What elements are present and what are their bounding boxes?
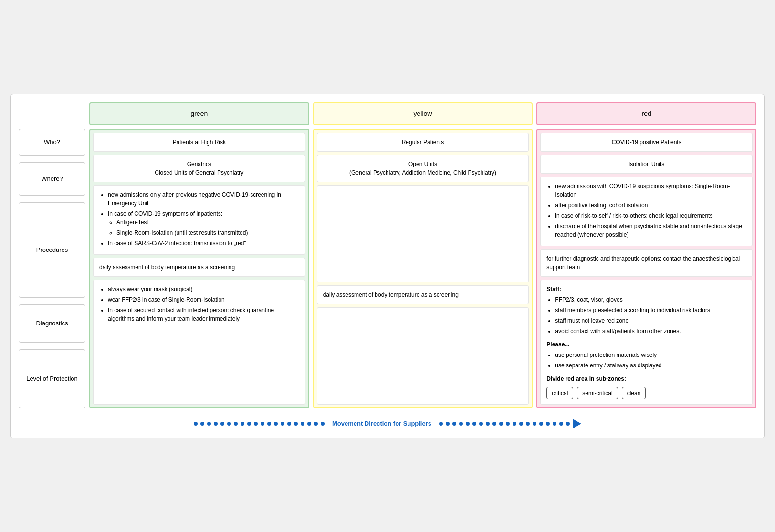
red-protection-cell: Staff: FFP2/3, coat, visor, gloves staff… (540, 280, 753, 405)
yellow-column: Regular Patients Open Units(General Psyc… (313, 129, 533, 408)
red-proc-2: after positive testing: cohort isolation (555, 201, 746, 209)
dot (486, 422, 490, 426)
dot (200, 422, 204, 426)
dot (287, 422, 291, 426)
green-proc-2a: Antigen-Test (116, 218, 299, 227)
yellow-header-label: yellow (414, 110, 432, 117)
dot (234, 422, 238, 426)
dot (466, 422, 470, 426)
subzone-semicritical: semi-critical (577, 387, 618, 399)
dot (559, 422, 563, 426)
dot (321, 422, 325, 426)
dot (307, 422, 311, 426)
red-where-cell: Isolation Units (540, 155, 753, 174)
direction-bar: Movement Direction for Suppliers (17, 415, 758, 432)
green-where-text: GeriatricsClosed Units of General Psychi… (155, 161, 243, 176)
dot (513, 422, 516, 426)
red-proc-1: new admissions with COVID-19 suspicious … (555, 182, 746, 199)
yellow-who-text: Regular Patients (402, 139, 444, 146)
red-procedures-cell: new admissions with COVID-19 suspicious … (540, 177, 753, 246)
dot (220, 422, 224, 426)
labels-column: Who? Where? Procedures Diagnostics Level… (17, 127, 87, 410)
diagnostics-label: Diagnostics (19, 304, 85, 343)
green-diagnostics-text: daily assessment of body temperature as … (99, 264, 235, 271)
diagnostics-label-text: Diagnostics (36, 320, 68, 327)
green-proc-2b: Single-Room-Isolation (until test result… (116, 229, 299, 237)
yellow-procedures-cell (317, 185, 529, 282)
dot (214, 422, 218, 426)
red-staff-4: avoid contact with staff/patients from o… (555, 327, 746, 335)
green-diagnostics-cell: daily assessment of body temperature as … (93, 258, 305, 277)
red-staff-2: staff members preselected according to i… (555, 306, 746, 314)
dot (446, 422, 450, 426)
dot (261, 422, 264, 426)
dot (452, 422, 456, 426)
dot (301, 422, 304, 426)
dot (499, 422, 503, 426)
green-who-text: Patients at High Risk (173, 139, 226, 146)
green-protection-cell: always wear your mask (surgical) wear FF… (93, 280, 305, 405)
main-container: green yellow red Who? Where? Procedures … (10, 94, 765, 438)
dot (241, 422, 244, 426)
dot (439, 422, 443, 426)
dot (546, 422, 550, 426)
procedures-label: Procedures (19, 202, 85, 298)
dot (274, 422, 278, 426)
green-proc-1: new admissions only after previous negat… (108, 190, 299, 208)
direction-bar-label: Movement Direction for Suppliers (332, 420, 431, 427)
green-proc-2: In case of COVID-19 symptoms of inpatien… (108, 209, 299, 237)
dot (194, 422, 198, 426)
red-staff-1: FFP2/3, coat, visor, gloves (555, 295, 746, 304)
dot (472, 422, 476, 426)
dot (247, 422, 251, 426)
green-who-cell: Patients at High Risk (93, 133, 305, 152)
green-procedures-cell: new admissions only after previous negat… (93, 185, 305, 255)
subzone-row: critical semi-critical clean (546, 387, 746, 399)
header-empty (17, 100, 87, 127)
red-proc-3: in case of risk-to-self / risk-to-others… (555, 211, 746, 220)
red-staff-title: Staff: (546, 285, 746, 293)
protection-label: Level of Protection (19, 349, 85, 408)
dot (533, 422, 536, 426)
dot (207, 422, 211, 426)
yellow-diagnostics-text: daily assessment of body temperature as … (323, 292, 459, 298)
header-yellow: yellow (313, 102, 533, 125)
dot (314, 422, 318, 426)
red-proc-4: discharge of the hospital when psychiatr… (555, 222, 746, 239)
dot (506, 422, 510, 426)
dot (227, 422, 231, 426)
dot (479, 422, 483, 426)
green-header-label: green (190, 110, 208, 117)
dot (553, 422, 556, 426)
red-column: COVID-19 positive Patients Isolation Uni… (536, 129, 756, 408)
yellow-where-cell: Open Units(General Psychiatry, Addiction… (317, 155, 529, 182)
dot (566, 422, 570, 426)
red-divide-text: Divide red area in sub-zones: (546, 375, 746, 383)
yellow-protection-cell (317, 307, 529, 405)
green-prot-1: always wear your mask (surgical) (108, 285, 299, 293)
yellow-diagnostics-cell: daily assessment of body temperature as … (317, 285, 529, 304)
procedures-label-text: Procedures (36, 246, 68, 253)
green-prot-3: In case of secured contact with infected… (108, 306, 299, 323)
header-green: green (89, 102, 309, 125)
green-where-cell: GeriatricsClosed Units of General Psychi… (93, 155, 305, 182)
red-staff-3: staff must not leave red zone (555, 316, 746, 325)
dot (519, 422, 523, 426)
who-label: Who? (19, 129, 85, 156)
dot (492, 422, 496, 426)
red-please-title: Please... (546, 340, 746, 349)
red-who-text: COVID-19 positive Patients (612, 139, 681, 146)
yellow-where-text: Open Units(General Psychiatry, Addiction… (349, 161, 496, 176)
dot (539, 422, 543, 426)
dot (254, 422, 258, 426)
where-label-text: Where? (41, 175, 63, 182)
red-diagnostics-text: for further diagnostic and therapeutic o… (546, 255, 740, 271)
green-proc-3: In case of SARS-CoV-2 infection: transmi… (108, 239, 299, 248)
green-prot-2: wear FFP2/3 in case of Single-Room-Isola… (108, 295, 299, 304)
grid-layout: green yellow red Who? Where? Procedures … (17, 100, 758, 410)
green-column: Patients at High Risk GeriatricsClosed U… (89, 129, 309, 408)
subzone-critical: critical (546, 387, 573, 399)
yellow-who-cell: Regular Patients (317, 133, 529, 152)
dot (281, 422, 284, 426)
dots-left (194, 422, 325, 426)
